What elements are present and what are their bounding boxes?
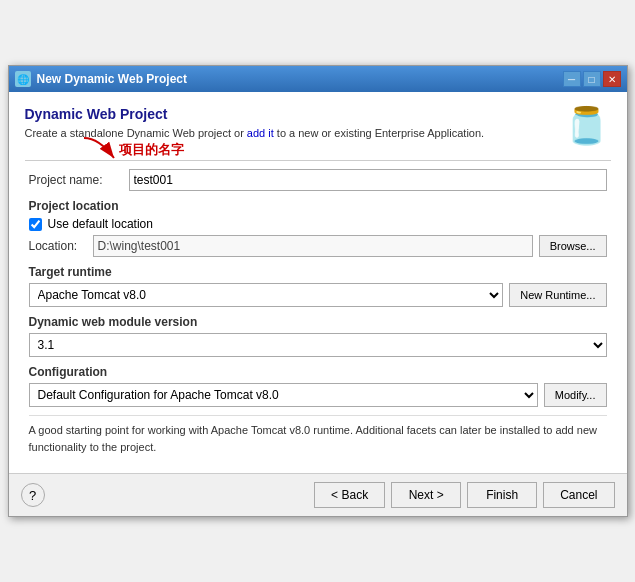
configuration-label: Configuration xyxy=(29,365,607,379)
use-default-location-text: Use default location xyxy=(48,217,153,231)
help-button[interactable]: ? xyxy=(21,483,45,507)
minimize-button[interactable]: ─ xyxy=(563,71,581,87)
location-label: Location: xyxy=(29,239,87,253)
title-bar: 🌐 New Dynamic Web Project ─ □ ✕ xyxy=(9,66,627,92)
target-runtime-select[interactable]: Apache Tomcat v8.0 xyxy=(29,283,504,307)
next-button[interactable]: Next > xyxy=(391,482,461,508)
form-section: Project name: 项目的名字 Proje xyxy=(25,169,611,455)
cancel-button[interactable]: Cancel xyxy=(543,482,614,508)
dialog-window: 🌐 New Dynamic Web Project ─ □ ✕ Dynamic … xyxy=(8,65,628,517)
module-version-label: Dynamic web module version xyxy=(29,315,607,329)
window-title: New Dynamic Web Project xyxy=(37,72,557,86)
footer-left: ? xyxy=(21,483,45,507)
back-button[interactable]: < Back xyxy=(314,482,385,508)
maximize-button[interactable]: □ xyxy=(583,71,601,87)
modify-button[interactable]: Modify... xyxy=(544,383,607,407)
project-name-row: Project name: 项目的名字 xyxy=(29,169,607,191)
configuration-info: A good starting point for working with A… xyxy=(29,415,607,455)
configuration-select[interactable]: Default Configuration for Apache Tomcat … xyxy=(29,383,538,407)
project-name-input[interactable] xyxy=(129,169,607,191)
location-row: Location: Browse... xyxy=(29,235,607,257)
window-controls: ─ □ ✕ xyxy=(563,71,621,87)
use-default-location-row: Use default location xyxy=(29,217,607,231)
location-input[interactable] xyxy=(93,235,533,257)
dialog-description: Create a standalone Dynamic Web project … xyxy=(25,126,485,141)
header-divider xyxy=(25,160,611,161)
project-location-label: Project location xyxy=(29,199,607,213)
header-text: Dynamic Web Project Create a standalone … xyxy=(25,106,485,141)
header-icon: 🫙 xyxy=(563,102,611,150)
window-icon-glyph: 🌐 xyxy=(17,74,29,85)
browse-button[interactable]: Browse... xyxy=(539,235,607,257)
add-link[interactable]: add it xyxy=(247,127,274,139)
close-button[interactable]: ✕ xyxy=(603,71,621,87)
target-runtime-label: Target runtime xyxy=(29,265,607,279)
module-version-select[interactable]: 3.1 xyxy=(29,333,607,357)
dialog-footer: ? < Back Next > Finish Cancel xyxy=(9,473,627,516)
footer-right: < Back Next > Finish Cancel xyxy=(314,482,614,508)
new-runtime-button[interactable]: New Runtime... xyxy=(509,283,606,307)
target-runtime-row: Apache Tomcat v8.0 New Runtime... xyxy=(29,283,607,307)
dialog-title: Dynamic Web Project xyxy=(25,106,485,122)
configuration-row: Default Configuration for Apache Tomcat … xyxy=(29,383,607,407)
use-default-location-checkbox[interactable] xyxy=(29,218,42,231)
window-icon: 🌐 xyxy=(15,71,31,87)
module-version-row: 3.1 xyxy=(29,333,607,357)
header-icon-glyph: 🫙 xyxy=(564,105,609,147)
dialog-content: Dynamic Web Project Create a standalone … xyxy=(9,92,627,473)
header-row: Dynamic Web Project Create a standalone … xyxy=(25,106,611,150)
finish-button[interactable]: Finish xyxy=(467,482,537,508)
project-name-label: Project name: xyxy=(29,173,129,187)
